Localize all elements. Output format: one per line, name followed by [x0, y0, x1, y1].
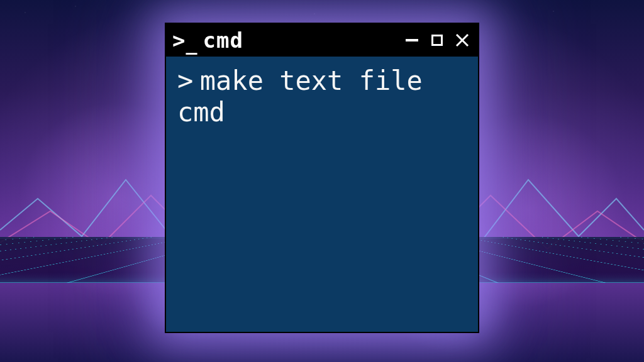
- close-button[interactable]: [454, 32, 470, 48]
- window-controls: [404, 32, 470, 48]
- prompt-char: >: [177, 65, 193, 96]
- minimize-button[interactable]: [404, 32, 420, 48]
- close-icon: [455, 33, 469, 47]
- terminal-body[interactable]: >make text file cmd: [166, 57, 478, 332]
- command-text: make text file cmd: [177, 65, 438, 128]
- minimize-icon: [406, 39, 418, 41]
- app-title: cmd: [203, 28, 243, 53]
- terminal-window: >_ cmd >make text file cmd: [165, 23, 479, 333]
- maximize-button[interactable]: [429, 32, 445, 48]
- titlebar[interactable]: >_ cmd: [166, 24, 478, 57]
- maximize-icon: [431, 35, 443, 46]
- terminal-icon: >_: [172, 30, 197, 51]
